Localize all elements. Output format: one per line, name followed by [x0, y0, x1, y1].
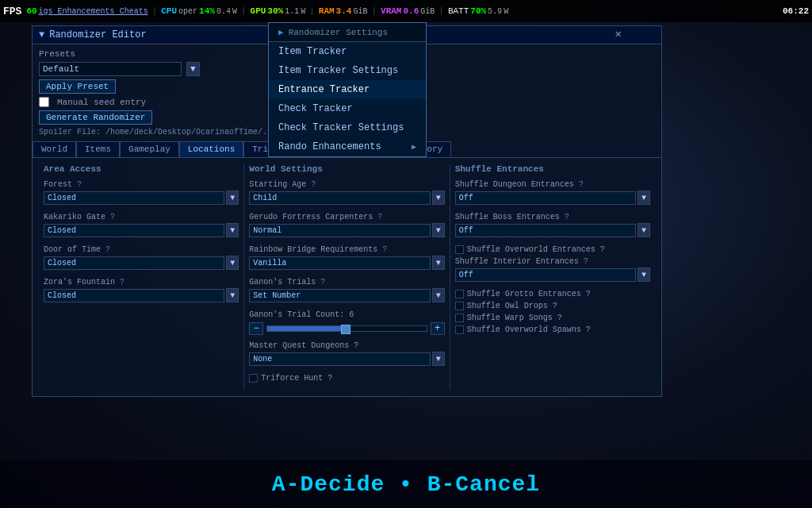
- boss-ent-label: Shuffle Boss Entrances ?: [455, 213, 650, 221]
- tab-items[interactable]: Items: [76, 141, 120, 157]
- dropdown-check-tracker[interactable]: Check Tracker: [269, 99, 426, 118]
- grotto-label: Shuffle Grotto Entrances ?: [467, 290, 591, 298]
- owl-drops-checkbox[interactable]: [455, 302, 464, 310]
- bottom-text: A-Decide • B-Cancel: [272, 472, 540, 497]
- content-columns: Area Access Forest ? Closed ▼ Kakariko G…: [33, 158, 661, 396]
- dot-select-row: Closed ▼: [44, 256, 239, 270]
- slider-plus-button[interactable]: +: [431, 322, 445, 335]
- freq-value: 0.4: [216, 7, 231, 16]
- col3-title: Shuffle Entrances: [455, 164, 650, 174]
- panel-close-button[interactable]: ✕: [615, 27, 622, 40]
- manual-seed-checkbox[interactable]: [39, 97, 49, 107]
- rainbow-arrow-icon[interactable]: ▼: [432, 256, 445, 270]
- dropdown-check-tracker-label: Check Tracker: [278, 103, 353, 114]
- dropdown-item-tracker[interactable]: Item Tracker: [269, 42, 426, 61]
- be-arrow-icon[interactable]: ▼: [638, 223, 650, 237]
- field-dungeon-entrances: Shuffle Dungeon Entrances ? Off ▼: [455, 180, 650, 205]
- ganon-trials-arrow-icon[interactable]: ▼: [432, 288, 445, 302]
- grotto-checkbox[interactable]: [455, 290, 464, 298]
- presets-input[interactable]: [39, 62, 182, 76]
- dropdown-menu: ▶ Randomizer Settings Item Tracker Item …: [268, 22, 427, 157]
- ganon-trials-select-row: Set Number ▼: [249, 288, 444, 302]
- gpu-watts: 1.1: [285, 7, 299, 16]
- overworld-spawns-checkbox[interactable]: [455, 325, 464, 334]
- de-q: ?: [579, 180, 584, 189]
- dropdown-check-tracker-settings-label: Check Tracker Settings: [278, 122, 404, 133]
- dot-select[interactable]: Closed: [44, 256, 224, 270]
- gerudo-arrow-icon[interactable]: ▼: [432, 223, 445, 237]
- ram-value: 3.4: [336, 6, 352, 16]
- field-kakariko: Kakariko Gate ? Closed ▼: [44, 213, 239, 237]
- mq-label: Master Quest Dungeons ?: [249, 341, 444, 350]
- field-boss-entrances: Shuffle Boss Entrances ? Off ▼: [455, 213, 650, 237]
- de-arrow-icon[interactable]: ▼: [638, 190, 650, 205]
- sep1: |: [152, 6, 158, 16]
- dot-label: Door of Time ?: [44, 245, 239, 254]
- owl-drops-row: Shuffle Owl Drops ?: [455, 302, 650, 310]
- dungeon-ent-select[interactable]: Off: [455, 191, 636, 205]
- triforce-hunt-checkbox[interactable]: [249, 374, 258, 383]
- dropdown-entrance-tracker[interactable]: Entrance Tracker: [269, 80, 426, 99]
- bottom-bar: A-Decide • B-Cancel: [0, 460, 812, 508]
- dot-arrow-icon[interactable]: ▼: [226, 256, 239, 270]
- forest-arrow-icon[interactable]: ▼: [226, 190, 239, 205]
- gerudo-select[interactable]: Normal: [249, 224, 430, 237]
- slider-minus-button[interactable]: −: [249, 322, 263, 335]
- tab-locations[interactable]: Locations: [179, 141, 243, 157]
- boss-ent-select[interactable]: Off: [455, 224, 636, 237]
- vram-label: VRAM: [381, 6, 401, 16]
- presets-dropdown-arrow[interactable]: ▼: [186, 62, 200, 76]
- vram-value: 0.6: [403, 6, 419, 16]
- zf-q: ?: [120, 278, 124, 287]
- forest-select-row: Closed ▼: [44, 190, 239, 205]
- dropdown-header: ▶ Randomizer Settings: [269, 23, 426, 42]
- kakariko-label: Kakariko Gate ?: [44, 213, 239, 221]
- sep2: |: [241, 6, 247, 16]
- interior-ent-select-row: Off ▼: [455, 267, 650, 282]
- kakariko-arrow-icon[interactable]: ▼: [226, 223, 239, 237]
- mq-arrow-icon[interactable]: ▼: [432, 352, 445, 366]
- col-world-settings: World Settings Starting Age ? Child Adul…: [244, 164, 450, 390]
- warp-songs-checkbox[interactable]: [455, 314, 464, 322]
- rainbow-select-row: Vanilla ▼: [249, 256, 444, 270]
- ie-arrow-icon[interactable]: ▼: [638, 267, 650, 282]
- field-door-of-time: Door of Time ? Closed ▼: [44, 245, 239, 270]
- zf-select[interactable]: Closed: [44, 289, 224, 302]
- tab-world[interactable]: World: [33, 141, 76, 157]
- ie-q: ?: [584, 257, 588, 266]
- trial-count-slider[interactable]: [266, 325, 427, 332]
- warp-songs-label: Shuffle Warp Songs ?: [467, 314, 562, 322]
- dropdown-check-tracker-settings[interactable]: Check Tracker Settings: [269, 118, 426, 137]
- apply-preset-button[interactable]: Apply Preset: [39, 79, 116, 94]
- field-gerudo: Gerudo Fortress Carpenters ? Normal ▼: [249, 213, 444, 237]
- forest-select[interactable]: Closed: [44, 191, 224, 205]
- col-shuffle-entrances: Shuffle Entrances Shuffle Dungeon Entran…: [450, 164, 655, 390]
- dropdown-rando-enhancements[interactable]: Rando Enhancements ▶: [269, 137, 426, 156]
- owl-drops-label: Shuffle Owl Drops ?: [467, 302, 557, 310]
- interior-ent-select[interactable]: Off: [455, 268, 636, 282]
- zf-label: Zora's Fountain ?: [44, 278, 239, 287]
- sep5: |: [439, 6, 444, 16]
- overworld-ent-checkbox[interactable]: [455, 245, 464, 254]
- rainbow-select[interactable]: Vanilla: [249, 256, 430, 270]
- triforce-hunt-label: Triforce Hunt ?: [261, 374, 332, 383]
- kakariko-select[interactable]: Closed: [44, 224, 224, 237]
- ram-label: RAM: [319, 6, 335, 16]
- rando-enhancements-arrow-icon: ▶: [412, 142, 416, 152]
- age-arrow-icon[interactable]: ▼: [432, 190, 445, 205]
- dot-q: ?: [105, 245, 110, 254]
- rainbow-label: Rainbow Bridge Requirements ?: [249, 245, 444, 254]
- tab-gameplay[interactable]: Gameplay: [120, 141, 179, 157]
- zf-arrow-icon[interactable]: ▼: [226, 288, 239, 302]
- mq-select[interactable]: None: [249, 352, 430, 366]
- generate-randomizer-button[interactable]: Generate Randomizer: [39, 110, 152, 125]
- dropdown-header-label: Randomizer Settings: [289, 28, 388, 37]
- sep3: |: [309, 6, 315, 16]
- kakariko-q: ?: [110, 213, 115, 221]
- ganon-trials-select[interactable]: Set Number: [249, 289, 430, 302]
- dungeon-ent-select-row: Off ▼: [455, 190, 650, 205]
- age-select[interactable]: Child Adult: [249, 191, 430, 205]
- dropdown-item-tracker-settings[interactable]: Item Tracker Settings: [269, 61, 426, 80]
- overworld-spawns-row: Shuffle Overworld Spawns ?: [455, 325, 650, 334]
- clock: 06:22: [783, 6, 809, 16]
